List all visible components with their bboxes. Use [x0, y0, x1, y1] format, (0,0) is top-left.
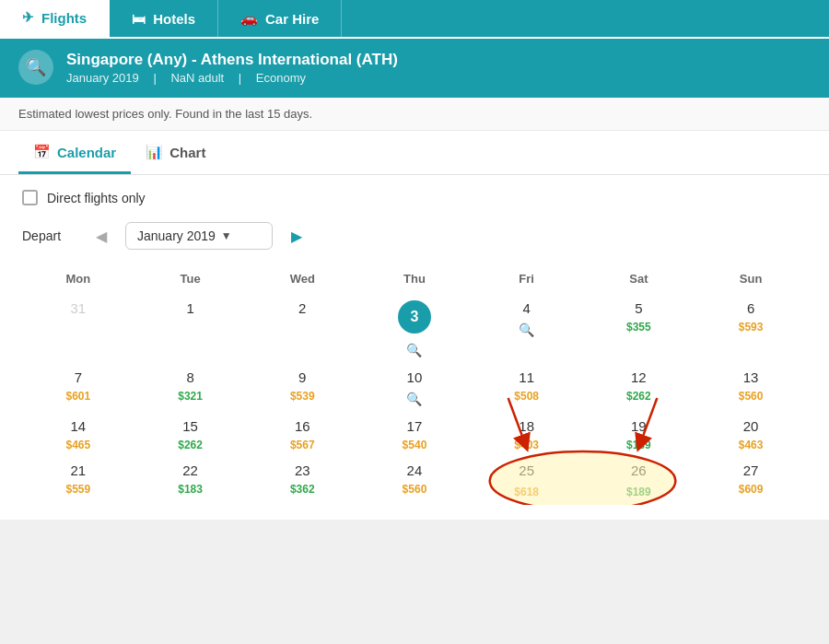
flights-label: Flights: [41, 10, 87, 26]
tab-calendar[interactable]: 📅 Calendar: [18, 131, 131, 174]
calendar-cell-26[interactable]: 26$189: [583, 457, 695, 505]
calendar-week-1: 31123🔍4🔍5$3556$593: [22, 295, 807, 364]
direct-flights-label[interactable]: Direct flights only: [47, 191, 146, 205]
calendar-cell-8[interactable]: 8$321: [134, 364, 247, 413]
hotels-label: Hotels: [153, 11, 195, 27]
calendar-cell-22[interactable]: 22$183: [134, 457, 247, 505]
price-display: $321: [138, 390, 243, 403]
calendar-cell-13[interactable]: 13$560: [695, 364, 807, 413]
day-number: 23: [295, 463, 310, 478]
route-display: Singapore (Any) - Athens International (…: [66, 51, 398, 69]
calendar-cell-31[interactable]: 31: [22, 295, 134, 364]
calendar-cell-9[interactable]: 9$539: [246, 364, 358, 413]
price-display: $362: [250, 483, 355, 496]
view-tabs-row: 📅 Calendar 📊 Chart: [0, 131, 829, 175]
search-button[interactable]: 🔍: [18, 50, 53, 85]
nav-tabs-row: ✈ Flights 🛏 Hotels 🚗 Car Hire: [0, 0, 829, 39]
price-display: $355: [587, 321, 692, 334]
sep2: |: [239, 71, 245, 85]
price-display: $539: [250, 390, 355, 403]
calendar-cell-7[interactable]: 7$601: [22, 364, 134, 413]
day-number: 4: [522, 300, 530, 316]
day-number: 2: [298, 300, 306, 316]
price-display: $567: [250, 439, 355, 451]
calendar-cell-16[interactable]: 16$567: [246, 413, 358, 457]
direct-flights-checkbox[interactable]: [22, 190, 38, 205]
header-wed: Wed: [246, 266, 358, 295]
tab-carhire[interactable]: 🚗 Car Hire: [218, 0, 342, 37]
search-icon: 🔍: [406, 343, 422, 357]
price-display: $540: [362, 439, 467, 451]
day-number: 22: [182, 463, 198, 478]
tab-chart[interactable]: 📊 Chart: [131, 131, 220, 174]
day-number: 11: [519, 369, 534, 385]
calendar-cell-12[interactable]: 12$262: [583, 364, 695, 413]
chart-icon: 📊: [146, 144, 163, 160]
calendar-icon: 📅: [33, 144, 51, 160]
calendar-cell-17[interactable]: 17$540: [358, 413, 471, 457]
header-sun: Sun: [695, 266, 807, 295]
calendar-cell-3[interactable]: 3🔍: [358, 295, 471, 364]
day-number: 27: [743, 463, 759, 478]
today-indicator: 3: [398, 300, 431, 334]
day-number: 10: [407, 369, 423, 385]
calendar-cell-5[interactable]: 5$355: [583, 295, 695, 364]
hotels-icon: 🛏: [132, 11, 146, 27]
calendar-cell-27[interactable]: 27$609: [695, 457, 807, 505]
day-number: 16: [295, 418, 310, 434]
next-month-button[interactable]: ▶: [284, 223, 309, 249]
search-month: January 2019: [66, 71, 139, 85]
calendar-cell-21[interactable]: 21$559: [22, 457, 134, 505]
calendar-week-3: 14$46515$26216$56717$54018$40319$18920$4…: [22, 413, 807, 457]
price-display: $560: [362, 483, 467, 496]
calendar-cell-2[interactable]: 2: [246, 295, 358, 364]
calendar-cell-23[interactable]: 23$362: [246, 457, 358, 505]
price-display: $508: [474, 390, 579, 403]
search-details: January 2019 | NaN adult | Economy: [66, 71, 398, 85]
tab-flights[interactable]: ✈ Flights: [0, 0, 110, 37]
prev-month-button[interactable]: ◀: [88, 223, 114, 249]
day-number: 13: [743, 369, 759, 385]
direct-flights-row: Direct flights only: [22, 190, 807, 205]
calendar-cell-19[interactable]: 19$189: [583, 413, 695, 457]
calendar-header-row: Mon Tue Wed Thu Fri Sat Sun: [22, 266, 807, 295]
header-fri: Fri: [471, 266, 583, 295]
day-number: 9: [298, 369, 306, 385]
day-number: 19: [631, 418, 647, 434]
day-number: 24: [407, 463, 423, 478]
calendar-cell-25[interactable]: 25$618: [471, 457, 583, 505]
calendar-week-4: 21$55922$18323$36224$56025$61826$18927$6…: [22, 457, 807, 505]
header-tue: Tue: [134, 266, 247, 295]
calendar-cell-1[interactable]: 1: [134, 295, 247, 364]
calendar-table: Mon Tue Wed Thu Fri Sat Sun 31123🔍4🔍5$35…: [22, 266, 807, 505]
chart-tab-label: Chart: [169, 145, 205, 160]
calendar-cell-18[interactable]: 18$403: [471, 413, 583, 457]
price-display: $618: [474, 483, 579, 499]
day-number: 6: [747, 300, 754, 316]
calendar-cell-14[interactable]: 14$465: [22, 413, 134, 457]
month-selector[interactable]: January 2019 ▼: [125, 222, 273, 250]
header-mon: Mon: [22, 266, 134, 295]
month-dropdown-arrow: ▼: [221, 229, 232, 242]
search-icon: 🔍: [406, 392, 422, 406]
day-number: 1: [186, 300, 193, 316]
day-number: 14: [71, 418, 87, 434]
calendar-cell-15[interactable]: 15$262: [134, 413, 247, 457]
price-display: $609: [698, 483, 803, 496]
day-number: 20: [743, 418, 759, 434]
calendar-cell-10[interactable]: 10🔍: [358, 364, 471, 413]
price-display: $463: [698, 439, 803, 451]
calendar-cell-24[interactable]: 24$560: [358, 457, 471, 505]
calendar-cell-4[interactable]: 4🔍: [471, 295, 583, 364]
search-info: Singapore (Any) - Athens International (…: [66, 51, 398, 85]
calendar-cell-20[interactable]: 20$463: [695, 413, 807, 457]
header-sat: Sat: [583, 266, 695, 295]
price-display: $465: [26, 439, 131, 451]
tab-hotels[interactable]: 🛏 Hotels: [110, 0, 218, 37]
header-thu: Thu: [358, 266, 471, 295]
day-number: 12: [631, 369, 647, 385]
day-number: 25: [519, 463, 534, 478]
calendar-cell-6[interactable]: 6$593: [695, 295, 807, 364]
day-number: 31: [71, 300, 87, 316]
calendar-cell-11[interactable]: 11$508: [471, 364, 583, 413]
